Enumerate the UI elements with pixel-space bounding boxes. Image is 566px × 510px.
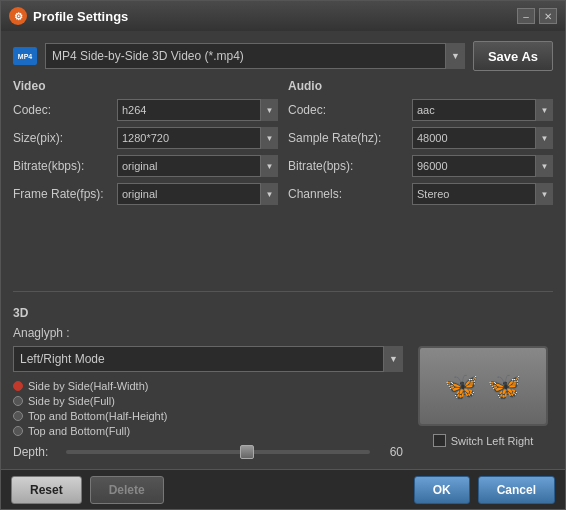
radio-label-0: Side by Side(Half-Width): [28, 380, 148, 392]
app-icon-symbol: ⚙: [14, 11, 23, 22]
minimize-button[interactable]: –: [517, 8, 535, 24]
radio-dot-2: [13, 411, 23, 421]
video-size-select-wrapper: 1280*720 ▼: [117, 127, 278, 149]
3d-right-panel: 🦋 🦋 Switch Left Right: [413, 346, 553, 459]
radio-label-1: Side by Side(Full): [28, 395, 115, 407]
radio-label-3: Top and Bottom(Full): [28, 425, 130, 437]
profile-format-icon: MP4: [13, 47, 37, 65]
video-codec-label: Codec:: [13, 103, 113, 117]
delete-button[interactable]: Delete: [90, 476, 164, 504]
video-framerate-row: Frame Rate(fps): original ▼: [13, 183, 278, 205]
anaglyph-label: Anaglyph :: [13, 326, 70, 340]
depth-label: Depth:: [13, 445, 58, 459]
save-as-button[interactable]: Save As: [473, 41, 553, 71]
footer-bar: Reset Delete OK Cancel: [1, 469, 565, 509]
radio-item-1[interactable]: Side by Side(Full): [13, 395, 403, 407]
audio-channels-select-wrapper: Stereo ▼: [412, 183, 553, 205]
audio-channels-select[interactable]: Stereo: [412, 183, 553, 205]
audio-bitrate-label: Bitrate(bps):: [288, 159, 408, 173]
3d-mode-radio-group: Side by Side(Half-Width) Side by Side(Fu…: [13, 380, 403, 437]
video-bitrate-select[interactable]: original: [117, 155, 278, 177]
audio-codec-select[interactable]: aac: [412, 99, 553, 121]
radio-dot-0: [13, 381, 23, 391]
section-divider: [13, 291, 553, 292]
radio-label-2: Top and Bottom(Half-Height): [28, 410, 167, 422]
radio-item-3[interactable]: Top and Bottom(Full): [13, 425, 403, 437]
audio-samplerate-row: Sample Rate(hz): 48000 ▼: [288, 127, 553, 149]
video-bitrate-select-wrapper: original ▼: [117, 155, 278, 177]
audio-samplerate-select[interactable]: 48000: [412, 127, 553, 149]
video-framerate-select[interactable]: original: [117, 183, 278, 205]
audio-channels-row: Channels: Stereo ▼: [288, 183, 553, 205]
3d-section: 3D Anaglyph : Left/Right Mode ▼ Sid: [13, 306, 553, 459]
switch-left-right-checkbox[interactable]: [433, 434, 446, 447]
window-controls: – ✕: [517, 8, 557, 24]
audio-section-label: Audio: [288, 79, 553, 93]
video-codec-select[interactable]: h264: [117, 99, 278, 121]
switch-left-right-label: Switch Left Right: [451, 435, 534, 447]
anaglyph-select-wrapper: Left/Right Mode ▼: [13, 346, 403, 372]
switch-left-right-row: Switch Left Right: [433, 434, 534, 447]
anaglyph-mode-select[interactable]: Left/Right Mode: [13, 346, 403, 372]
audio-channels-label: Channels:: [288, 187, 408, 201]
video-size-select[interactable]: 1280*720: [117, 127, 278, 149]
radio-item-0[interactable]: Side by Side(Half-Width): [13, 380, 403, 392]
audio-column: Audio Codec: aac ▼ Sample Rate(hz): 4800…: [288, 79, 553, 281]
depth-value: 60: [378, 445, 403, 459]
3d-left-panel: Left/Right Mode ▼ Side by Side(Half-Widt…: [13, 346, 403, 459]
audio-codec-label: Codec:: [288, 103, 408, 117]
depth-slider[interactable]: [66, 450, 370, 454]
radio-item-2[interactable]: Top and Bottom(Half-Height): [13, 410, 403, 422]
audio-bitrate-row: Bitrate(bps): 96000 ▼: [288, 155, 553, 177]
radio-dot-1: [13, 396, 23, 406]
video-framerate-label: Frame Rate(fps):: [13, 187, 113, 201]
video-codec-select-wrapper: h264 ▼: [117, 99, 278, 121]
app-icon: ⚙: [9, 7, 27, 25]
profile-select[interactable]: MP4 Side-by-Side 3D Video (*.mp4): [45, 43, 465, 69]
window-title: Profile Settings: [33, 9, 511, 24]
video-bitrate-row: Bitrate(kbps): original ▼: [13, 155, 278, 177]
video-bitrate-label: Bitrate(kbps):: [13, 159, 113, 173]
profile-settings-window: ⚙ Profile Settings – ✕ MP4 MP4 Side-by-S…: [0, 0, 566, 510]
3d-section-label: 3D: [13, 306, 553, 320]
3d-preview-box: 🦋 🦋: [418, 346, 548, 426]
3d-bottom: Left/Right Mode ▼ Side by Side(Half-Widt…: [13, 346, 553, 459]
video-codec-row: Codec: h264 ▼: [13, 99, 278, 121]
close-button[interactable]: ✕: [539, 8, 557, 24]
audio-bitrate-select[interactable]: 96000: [412, 155, 553, 177]
main-content: MP4 MP4 Side-by-Side 3D Video (*.mp4) ▼ …: [1, 31, 565, 469]
butterfly-left-icon: 🦋: [444, 370, 479, 403]
profile-row: MP4 MP4 Side-by-Side 3D Video (*.mp4) ▼ …: [13, 41, 553, 71]
cancel-button[interactable]: Cancel: [478, 476, 555, 504]
video-section-label: Video: [13, 79, 278, 93]
profile-select-wrapper: MP4 Side-by-Side 3D Video (*.mp4) ▼: [45, 43, 465, 69]
video-column: Video Codec: h264 ▼ Size(pix): 1280*720: [13, 79, 278, 281]
reset-button[interactable]: Reset: [11, 476, 82, 504]
audio-bitrate-select-wrapper: 96000 ▼: [412, 155, 553, 177]
ok-button[interactable]: OK: [414, 476, 470, 504]
butterfly-right-icon: 🦋: [487, 370, 522, 403]
audio-samplerate-label: Sample Rate(hz):: [288, 131, 408, 145]
profile-format-text: MP4: [18, 53, 32, 60]
video-size-label: Size(pix):: [13, 131, 113, 145]
anaglyph-row: Anaglyph :: [13, 326, 553, 340]
audio-samplerate-select-wrapper: 48000 ▼: [412, 127, 553, 149]
settings-columns: Video Codec: h264 ▼ Size(pix): 1280*720: [13, 79, 553, 281]
title-bar: ⚙ Profile Settings – ✕: [1, 1, 565, 31]
audio-codec-select-wrapper: aac ▼: [412, 99, 553, 121]
video-size-row: Size(pix): 1280*720 ▼: [13, 127, 278, 149]
radio-dot-3: [13, 426, 23, 436]
depth-row: Depth: 60: [13, 445, 403, 459]
audio-codec-row: Codec: aac ▼: [288, 99, 553, 121]
video-framerate-select-wrapper: original ▼: [117, 183, 278, 205]
